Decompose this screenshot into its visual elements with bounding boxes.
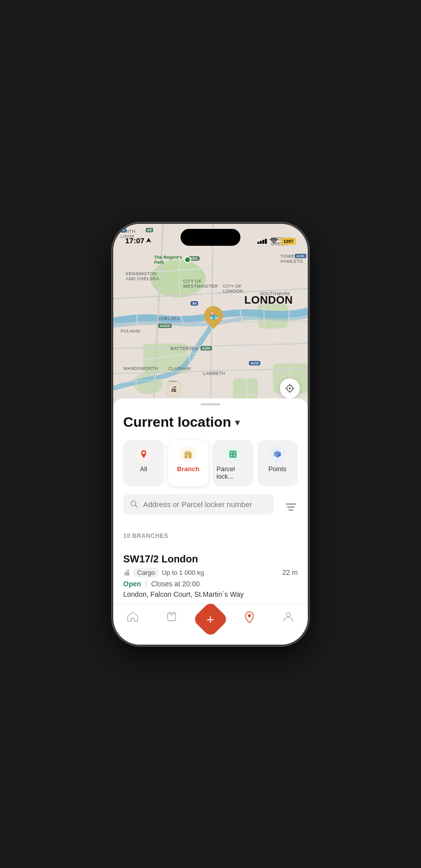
cargo-icon: 🖨 (123, 568, 130, 576)
svg-marker-0 (146, 238, 151, 243)
branch-item[interactable]: SW17/2 London 🖨 Cargo Up to 1 000 kg 22 … (123, 545, 298, 604)
battery-label: 1207 (283, 239, 293, 244)
tab-all-label: All (140, 465, 147, 473)
svg-rect-27 (168, 613, 176, 621)
svg-rect-6 (233, 378, 258, 401)
sheet-handle (201, 403, 220, 405)
tab-parcel-icon (225, 446, 241, 462)
bottom-sheet: Current location ▾ All (113, 398, 308, 645)
tab-points[interactable]: Points (257, 440, 298, 486)
svg-rect-17 (229, 451, 236, 458)
branch-meta-row: 🖨 Cargo Up to 1 000 kg 22 m (123, 568, 298, 577)
separator: | (145, 579, 147, 588)
location-header[interactable]: Current location ▾ (123, 408, 298, 438)
profile-icon (283, 611, 294, 622)
svg-rect-15 (187, 455, 189, 458)
svg-rect-20 (230, 455, 232, 457)
location-crosshair-button[interactable] (280, 378, 300, 398)
locker-icon (228, 450, 237, 459)
filter-icon (286, 503, 296, 511)
svg-rect-18 (230, 452, 232, 454)
map-branch-pin[interactable]: 🏪 (204, 306, 223, 325)
cube-icon (273, 450, 282, 459)
road-badge-a215: A215 (249, 361, 260, 365)
branch-address: London, Falcon Court, St.Martin`s Way (123, 590, 298, 598)
map-cargo-pin[interactable]: 🖨 (166, 381, 181, 396)
battery-icon: 1207 (281, 238, 296, 245)
road-badge-a101: A101 (295, 254, 306, 258)
road-badge-a203: A203 (201, 346, 212, 350)
pin-icon (139, 450, 148, 459)
add-button[interactable]: + (192, 601, 229, 638)
phone-screen: 17:07 (113, 224, 308, 645)
cart-icon (166, 611, 177, 622)
nav-home[interactable] (113, 609, 152, 624)
svg-rect-19 (233, 452, 235, 454)
park-marker (184, 256, 191, 263)
road-badge-a4: A4 (191, 301, 198, 306)
branch-meta-left: 🖨 Cargo Up to 1 000 kg (123, 568, 204, 577)
signal-icon (257, 239, 267, 244)
phone-frame: 17:07 (113, 224, 308, 645)
search-row (123, 494, 298, 522)
svg-point-29 (286, 613, 290, 617)
filter-options-button[interactable] (284, 501, 298, 515)
tab-parcel[interactable]: Parcel lock... (212, 440, 253, 486)
closes-time: Closes at 20:00 (151, 580, 200, 588)
svg-rect-16 (185, 455, 187, 456)
road-badge-a3220: A3220 (158, 324, 172, 328)
search-icon (130, 500, 138, 508)
branch-count: 10 BRANCHES (123, 530, 298, 545)
branch-distance: 22 m (282, 568, 298, 576)
dynamic-island (181, 229, 240, 246)
map-background: London CAMDEN BETHNALGREEN TOWERHAMLETS … (113, 224, 308, 408)
current-location-title: Current location (123, 414, 231, 430)
branch-hours: Open | Closes at 20:00 (123, 579, 298, 588)
nav-profile[interactable] (269, 609, 308, 624)
sheet-content: Current location ▾ All (113, 408, 308, 604)
home-icon (127, 611, 139, 622)
status-right: 1207 (257, 238, 296, 245)
crosshair-icon (285, 384, 294, 393)
regents-park-label: The Regent'sPark (154, 255, 191, 265)
location-arrow-icon (146, 238, 151, 243)
search-bar[interactable] (123, 494, 274, 515)
tab-points-icon (269, 446, 285, 462)
bottom-navigation: + (113, 604, 308, 645)
nav-location[interactable] (230, 609, 269, 625)
svg-line-23 (136, 506, 138, 508)
nav-cart[interactable] (152, 609, 191, 624)
store-icon (184, 450, 193, 459)
branch-capacity: Up to 1 000 kg (162, 569, 204, 576)
tab-branch[interactable]: Branch (168, 440, 209, 486)
add-icon: + (207, 613, 214, 626)
time-display: 17:07 (125, 236, 144, 245)
tab-parcel-label: Parcel lock... (216, 465, 249, 480)
branch-name: SW17/2 London (123, 553, 298, 565)
branch-type-tag: Cargo (133, 568, 159, 577)
tab-branch-label: Branch (177, 465, 200, 473)
status-time: 17:07 (125, 236, 151, 245)
svg-point-28 (248, 614, 251, 617)
svg-point-8 (289, 387, 291, 389)
filter-tabs-container: All Branch (123, 438, 298, 494)
svg-rect-21 (233, 455, 235, 457)
svg-point-13 (142, 451, 145, 454)
tab-points-label: Points (268, 465, 286, 473)
map-container[interactable]: London CAMDEN BETHNALGREEN TOWERHAMLETS … (113, 224, 308, 408)
location-nav-icon (244, 611, 254, 623)
wifi-icon (270, 238, 278, 244)
nav-add[interactable]: + (191, 609, 230, 634)
chevron-down-icon: ▾ (235, 416, 240, 428)
tab-all[interactable]: All (123, 440, 164, 486)
open-status-badge: Open (123, 580, 141, 588)
tab-branch-icon (180, 446, 196, 462)
tab-all-icon (136, 446, 152, 462)
search-input[interactable] (143, 500, 267, 509)
